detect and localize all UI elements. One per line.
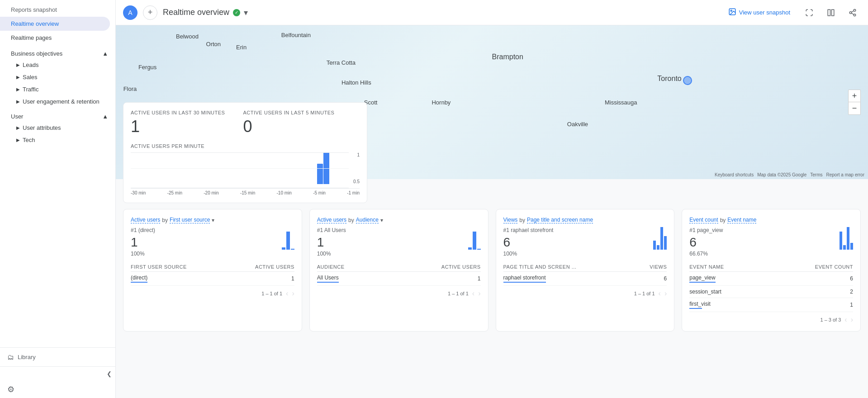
next-page-button[interactable]: › — [478, 289, 480, 298]
map-label: Belfountain — [281, 32, 311, 38]
status-indicator — [233, 9, 240, 16]
card4-table-header: EVENT NAME EVENT COUNT — [689, 262, 853, 272]
chevron-right-icon: ▶ — [16, 125, 20, 130]
x-label: -5 min — [313, 190, 326, 195]
table-row: session_start 2 — [689, 286, 853, 298]
col1-header: PAGE TITLE AND SCREEN ... — [503, 264, 577, 270]
terms-link[interactable]: Terms — [810, 172, 822, 177]
row-underline — [503, 282, 546, 283]
active-30-value: 1 — [131, 117, 225, 136]
row-underline — [689, 282, 715, 283]
col2-header: ACTIVE USERS — [255, 264, 294, 270]
row-underline — [689, 308, 702, 309]
user-attributes-label: User attributes — [23, 124, 61, 131]
mini-bar — [850, 243, 853, 250]
dropdown-arrow-icon[interactable]: ▾ — [244, 8, 248, 18]
business-objectives-header[interactable]: Business objectives ▲ — [0, 47, 115, 59]
fullscreen-button[interactable] — [801, 5, 817, 21]
x-label: -20 min — [204, 190, 218, 195]
sidebar-item-realtime-overview[interactable]: Realtime overview — [0, 17, 110, 31]
svg-line-8 — [851, 10, 854, 12]
sidebar-item-sales[interactable]: ▶ Sales — [0, 71, 115, 83]
active-30-label: ACTIVE USERS IN LAST 30 MINUTES — [131, 110, 225, 115]
mini-bar — [291, 249, 294, 250]
dropdown-icon[interactable]: ▾ — [212, 217, 214, 223]
card1-pagination: 1 – 1 of 1 ‹ › — [131, 289, 294, 298]
user-section-header[interactable]: User ▲ — [0, 109, 115, 122]
sidebar-item-realtime-pages[interactable]: Realtime pages — [0, 31, 110, 45]
reports-snapshot-link[interactable]: Reports snapshot — [0, 0, 115, 17]
card4-pagination: 1 – 3 of 3 ‹ › — [689, 316, 853, 324]
content-area: Belwood Orton Belfountain Erin Fergus Te… — [116, 25, 868, 398]
svg-rect-3 — [832, 9, 834, 16]
next-page-button[interactable]: › — [664, 289, 667, 298]
collapse-sidebar-button[interactable]: ❮ — [0, 367, 115, 381]
card1-title-sub: First user source — [170, 217, 210, 223]
row-name: All Users — [317, 275, 339, 283]
business-objectives-section: Business objectives ▲ ▶ Leads ▶ Sales ▶ … — [0, 47, 115, 108]
x-label: -30 min — [131, 190, 146, 195]
mini-bar — [657, 245, 659, 250]
card2-title-by: by — [348, 217, 354, 223]
user-section: User ▲ ▶ User attributes ▶ Tech — [0, 109, 115, 146]
prev-page-button[interactable]: ‹ — [659, 289, 661, 298]
card1-table-header: FIRST USER SOURCE ACTIVE USERS — [131, 262, 294, 272]
card3-title: Views by Page title and screen name — [503, 217, 667, 223]
card3-title-main: Views — [503, 217, 518, 223]
next-page-button[interactable]: › — [851, 316, 853, 324]
card4-title-sub: Event name — [727, 217, 756, 223]
card-views: Views by Page title and screen name #1 r… — [496, 209, 675, 332]
sidebar-item-user-engagement[interactable]: ▶ User engagement & retention — [0, 95, 115, 108]
row-name: session_start — [689, 289, 721, 295]
chevron-right-icon: ▶ — [16, 75, 20, 80]
sidebar-item-user-attributes[interactable]: ▶ User attributes — [0, 122, 115, 134]
report-map-error-link[interactable]: Report a map error — [826, 172, 864, 177]
card2-title: Active users by Audience ▾ — [317, 217, 481, 223]
rt-bar-active1 — [317, 164, 323, 185]
avatar[interactable]: A — [123, 5, 138, 20]
prev-page-button[interactable]: ‹ — [286, 289, 288, 298]
compare-button[interactable] — [823, 5, 839, 21]
card4-value: 6 — [689, 235, 723, 250]
zoom-in-button[interactable]: + — [848, 90, 861, 102]
next-page-button[interactable]: › — [292, 289, 294, 298]
view-snapshot-label: View user snapshot — [739, 9, 790, 16]
card1-title: Active users by First user source ▾ — [131, 217, 294, 223]
share-button[interactable] — [844, 5, 861, 21]
sidebar-item-tech[interactable]: ▶ Tech — [0, 134, 115, 146]
svg-line-7 — [851, 13, 854, 14]
prev-page-button[interactable]: ‹ — [844, 316, 847, 324]
collapse-icon: ❮ — [107, 370, 112, 377]
map-label: Orton — [206, 41, 221, 47]
pagination-text: 1 – 3 of 3 — [820, 317, 841, 322]
add-property-button[interactable]: + — [143, 5, 157, 20]
library-folder-icon: 🗂 — [7, 353, 14, 361]
chart-x-axis: -30 min -25 min -20 min -15 min -10 min … — [131, 190, 360, 195]
prev-page-button[interactable]: ‹ — [472, 289, 474, 298]
mini-bar — [840, 232, 842, 250]
card3-percent: 100% — [503, 251, 554, 257]
card1-value: 1 — [131, 235, 155, 250]
card3-mini-chart — [653, 227, 667, 250]
active-5-label: ACTIVE USERS IN LAST 5 MINUTES — [243, 110, 334, 115]
map-label: Oakville — [567, 121, 588, 128]
keyboard-shortcuts-link[interactable]: Keyboard shortcuts — [715, 172, 754, 177]
dropdown-icon[interactable]: ▾ — [380, 217, 383, 223]
user-label: User — [11, 113, 23, 120]
map-label: Mississauga — [605, 99, 637, 106]
library-link[interactable]: 🗂 Library — [0, 347, 115, 366]
map-zoom-controls: + − — [848, 90, 861, 115]
col1-header: FIRST USER SOURCE — [131, 264, 187, 270]
chevron-right-icon: ▶ — [16, 62, 20, 67]
view-user-snapshot-button[interactable]: View user snapshot — [723, 4, 796, 21]
card1-title-by: by — [162, 217, 168, 223]
sidebar-item-traffic[interactable]: ▶ Traffic — [0, 83, 115, 95]
map-label-brampton: Brampton — [492, 53, 523, 61]
table-row: first_visit 1 — [689, 298, 853, 312]
col2-header: ACTIVE USERS — [441, 264, 481, 270]
zoom-out-button[interactable]: − — [848, 102, 861, 115]
settings-button[interactable]: ⚙ — [0, 381, 115, 398]
sales-label: Sales — [23, 74, 38, 81]
y-mid-label: 0.5 — [353, 179, 360, 184]
sidebar-item-leads[interactable]: ▶ Leads — [0, 59, 115, 71]
